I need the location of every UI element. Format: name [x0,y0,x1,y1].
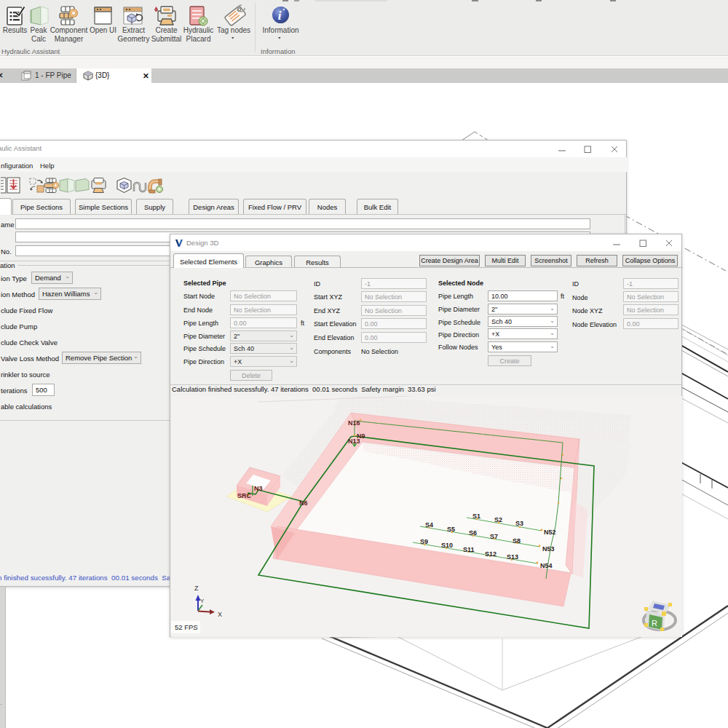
svg-text:SRC: SRC [237,492,252,499]
svg-text:S9: S9 [420,538,428,545]
svg-text:N13: N13 [348,438,360,445]
svg-text:N53: N53 [542,545,555,553]
svg-text:S7: S7 [490,533,498,540]
svg-text:S12: S12 [485,550,496,558]
svg-text:S4: S4 [425,521,433,529]
svg-text:S3: S3 [515,520,523,527]
svg-text:X: X [218,611,222,618]
svg-text:S13: S13 [507,553,518,561]
svg-text:52 FPS: 52 FPS [175,623,198,631]
svg-text:S1: S1 [472,513,480,520]
svg-text:S2: S2 [494,516,502,523]
svg-text:S8: S8 [513,537,521,545]
svg-text:S11: S11 [463,546,475,553]
svg-text:R: R [652,619,657,628]
svg-text:N16: N16 [348,419,360,427]
svg-text:N54: N54 [540,562,553,569]
svg-text:Y: Y [200,598,205,604]
svg-text:N52: N52 [544,529,556,536]
svg-text:S5: S5 [447,526,455,533]
svg-text:N3: N3 [254,485,263,492]
svg-text:Z: Z [194,585,199,592]
svg-text:S6: S6 [469,529,477,537]
svg-text:N6: N6 [299,499,308,507]
svg-text:S10: S10 [441,542,453,549]
